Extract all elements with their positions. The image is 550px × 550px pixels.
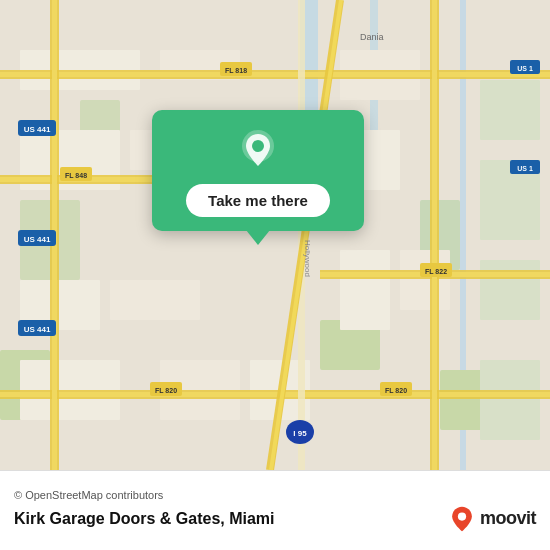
svg-text:US 441: US 441: [24, 125, 51, 134]
svg-point-67: [252, 140, 264, 152]
svg-text:FL 822: FL 822: [425, 268, 447, 275]
svg-text:FL 848: FL 848: [65, 172, 87, 179]
bottom-bar: © OpenStreetMap contributors Kirk Garage…: [0, 470, 550, 550]
svg-text:FL 818: FL 818: [225, 67, 247, 74]
moovit-brand-text: moovit: [480, 508, 536, 529]
map-svg: US 441 US 441 US 441 FL 818 FL 848 FL 82…: [0, 0, 550, 470]
location-pin-icon: [236, 128, 280, 172]
map-attribution: © OpenStreetMap contributors: [14, 489, 536, 501]
svg-rect-34: [0, 392, 550, 397]
svg-text:FL 820: FL 820: [155, 387, 177, 394]
take-me-there-button[interactable]: Take me there: [186, 184, 330, 217]
svg-point-68: [458, 512, 466, 520]
svg-text:FL 820: FL 820: [385, 387, 407, 394]
popup-card: Take me there: [152, 110, 364, 231]
location-name: Kirk Garage Doors & Gates, Miami: [14, 510, 275, 528]
svg-rect-28: [0, 72, 550, 77]
moovit-pin-icon: [448, 505, 476, 533]
svg-text:US 441: US 441: [24, 235, 51, 244]
svg-text:Hollywood: Hollywood: [303, 240, 312, 277]
svg-text:US 441: US 441: [24, 325, 51, 334]
svg-rect-19: [400, 250, 450, 310]
svg-text:Dania: Dania: [360, 32, 384, 42]
svg-rect-39: [432, 0, 437, 470]
svg-rect-23: [480, 80, 540, 140]
svg-rect-25: [480, 260, 540, 320]
map-view: US 441 US 441 US 441 FL 818 FL 848 FL 82…: [0, 0, 550, 470]
svg-text:I 95: I 95: [293, 429, 307, 438]
svg-rect-15: [110, 280, 200, 320]
moovit-logo: moovit: [448, 505, 536, 533]
svg-rect-20: [340, 250, 390, 330]
svg-text:US 1: US 1: [517, 165, 533, 172]
bottom-row: Kirk Garage Doors & Gates, Miami moovit: [14, 505, 536, 533]
svg-rect-26: [480, 360, 540, 440]
svg-text:US 1: US 1: [517, 65, 533, 72]
